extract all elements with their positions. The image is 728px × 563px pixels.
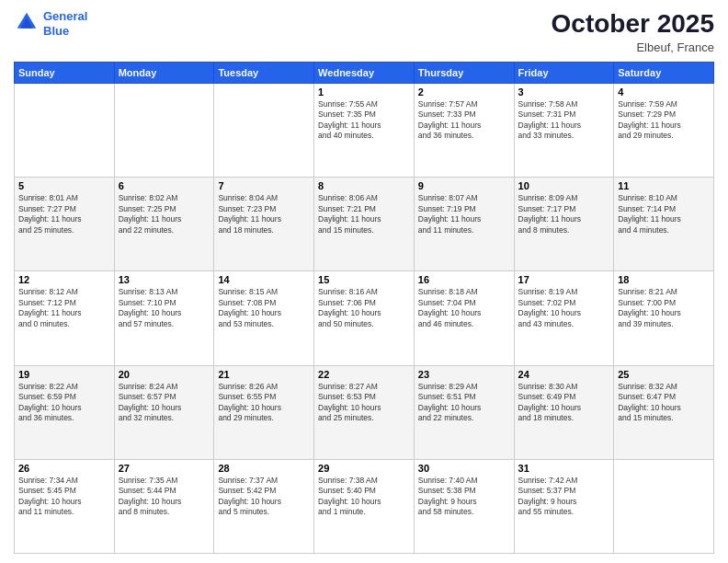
day-info: Sunrise: 8:16 AM Sunset: 7:06 PM Dayligh… — [318, 287, 410, 329]
calendar-cell: 27Sunrise: 7:35 AM Sunset: 5:44 PM Dayli… — [114, 459, 214, 553]
calendar-cell: 1Sunrise: 7:55 AM Sunset: 7:35 PM Daylig… — [314, 84, 415, 178]
day-info: Sunrise: 7:58 AM Sunset: 7:31 PM Dayligh… — [518, 99, 610, 142]
calendar-cell: 20Sunrise: 8:24 AM Sunset: 6:57 PM Dayli… — [114, 365, 214, 459]
calendar-cell: 16Sunrise: 8:18 AM Sunset: 7:04 PM Dayli… — [414, 271, 514, 365]
day-info: Sunrise: 7:59 AM Sunset: 7:29 PM Dayligh… — [618, 99, 710, 142]
day-number: 31 — [518, 463, 610, 474]
calendar-cell: 9Sunrise: 8:07 AM Sunset: 7:19 PM Daylig… — [414, 178, 514, 271]
calendar-cell: 3Sunrise: 7:58 AM Sunset: 7:31 PM Daylig… — [514, 84, 614, 178]
calendar-cell — [114, 84, 214, 178]
month-title: October 2025 — [552, 9, 714, 39]
calendar-cell: 30Sunrise: 7:40 AM Sunset: 5:38 PM Dayli… — [414, 459, 514, 553]
weekday-header: Monday — [114, 63, 214, 84]
day-info: Sunrise: 7:42 AM Sunset: 5:37 PM Dayligh… — [518, 476, 610, 518]
day-number: 15 — [318, 274, 410, 285]
calendar-table: SundayMondayTuesdayWednesdayThursdayFrid… — [14, 62, 714, 554]
day-number: 17 — [518, 274, 610, 285]
day-info: Sunrise: 8:04 AM Sunset: 7:23 PM Dayligh… — [218, 193, 310, 236]
calendar-week-row: 19Sunrise: 8:22 AM Sunset: 6:59 PM Dayli… — [15, 365, 714, 459]
day-number: 18 — [618, 274, 710, 285]
day-number: 28 — [218, 463, 310, 474]
day-info: Sunrise: 8:15 AM Sunset: 7:08 PM Dayligh… — [218, 287, 310, 329]
calendar-cell: 19Sunrise: 8:22 AM Sunset: 6:59 PM Dayli… — [15, 365, 115, 459]
calendar-cell: 31Sunrise: 7:42 AM Sunset: 5:37 PM Dayli… — [514, 459, 614, 553]
day-info: Sunrise: 7:35 AM Sunset: 5:44 PM Dayligh… — [119, 476, 210, 518]
calendar-cell: 21Sunrise: 8:26 AM Sunset: 6:55 PM Dayli… — [214, 365, 314, 459]
calendar-cell: 14Sunrise: 8:15 AM Sunset: 7:08 PM Dayli… — [214, 271, 314, 365]
day-info: Sunrise: 8:09 AM Sunset: 7:17 PM Dayligh… — [518, 193, 610, 236]
calendar-week-row: 1Sunrise: 7:55 AM Sunset: 7:35 PM Daylig… — [15, 84, 714, 178]
day-number: 7 — [218, 180, 310, 191]
day-number: 2 — [418, 86, 510, 98]
calendar-cell: 12Sunrise: 8:12 AM Sunset: 7:12 PM Dayli… — [15, 271, 115, 365]
day-info: Sunrise: 8:19 AM Sunset: 7:02 PM Dayligh… — [518, 287, 610, 329]
weekday-header: Tuesday — [214, 63, 314, 84]
calendar-week-row: 26Sunrise: 7:34 AM Sunset: 5:45 PM Dayli… — [15, 459, 714, 553]
calendar-week-row: 5Sunrise: 8:01 AM Sunset: 7:27 PM Daylig… — [15, 178, 714, 271]
weekday-header: Saturday — [614, 63, 714, 84]
day-info: Sunrise: 7:55 AM Sunset: 7:35 PM Dayligh… — [318, 99, 410, 142]
day-number: 24 — [518, 369, 610, 380]
calendar-cell — [214, 84, 314, 178]
calendar-cell: 22Sunrise: 8:27 AM Sunset: 6:53 PM Dayli… — [314, 365, 415, 459]
weekday-header: Sunday — [15, 63, 115, 84]
day-number: 27 — [119, 463, 210, 474]
day-number: 10 — [518, 180, 610, 191]
calendar-cell: 13Sunrise: 8:13 AM Sunset: 7:10 PM Dayli… — [114, 271, 214, 365]
day-info: Sunrise: 8:32 AM Sunset: 6:47 PM Dayligh… — [618, 382, 710, 424]
calendar-cell: 7Sunrise: 8:04 AM Sunset: 7:23 PM Daylig… — [214, 178, 314, 271]
calendar-cell: 18Sunrise: 8:21 AM Sunset: 7:00 PM Dayli… — [614, 271, 714, 365]
day-number: 23 — [418, 369, 510, 380]
calendar-cell: 11Sunrise: 8:10 AM Sunset: 7:14 PM Dayli… — [614, 178, 714, 271]
day-info: Sunrise: 8:07 AM Sunset: 7:19 PM Dayligh… — [418, 193, 510, 236]
calendar-cell: 29Sunrise: 7:38 AM Sunset: 5:40 PM Dayli… — [314, 459, 415, 553]
day-number: 4 — [618, 86, 710, 98]
day-number: 26 — [18, 463, 110, 474]
calendar-cell: 2Sunrise: 7:57 AM Sunset: 7:33 PM Daylig… — [414, 84, 514, 178]
day-number: 19 — [18, 369, 110, 380]
day-number: 13 — [119, 274, 210, 285]
calendar-cell: 6Sunrise: 8:02 AM Sunset: 7:25 PM Daylig… — [114, 178, 214, 271]
page: General Blue October 2025 Elbeuf, France… — [0, 0, 728, 563]
header: General Blue October 2025 Elbeuf, France — [14, 9, 714, 54]
weekday-header: Thursday — [414, 63, 514, 84]
calendar-cell: 10Sunrise: 8:09 AM Sunset: 7:17 PM Dayli… — [514, 178, 614, 271]
logo: General Blue — [14, 9, 87, 38]
calendar-cell: 26Sunrise: 7:34 AM Sunset: 5:45 PM Dayli… — [15, 459, 115, 553]
calendar-cell: 23Sunrise: 8:29 AM Sunset: 6:51 PM Dayli… — [414, 365, 514, 459]
logo-line2: Blue — [43, 24, 69, 38]
day-info: Sunrise: 8:10 AM Sunset: 7:14 PM Dayligh… — [618, 193, 710, 236]
title-block: October 2025 Elbeuf, France — [552, 9, 714, 54]
day-info: Sunrise: 8:18 AM Sunset: 7:04 PM Dayligh… — [418, 287, 510, 329]
day-number: 25 — [618, 369, 710, 380]
day-info: Sunrise: 8:30 AM Sunset: 6:49 PM Dayligh… — [518, 382, 610, 424]
day-number: 3 — [518, 86, 610, 98]
day-info: Sunrise: 8:12 AM Sunset: 7:12 PM Dayligh… — [18, 287, 110, 329]
day-number: 22 — [318, 369, 410, 380]
calendar-cell: 8Sunrise: 8:06 AM Sunset: 7:21 PM Daylig… — [314, 178, 415, 271]
day-info: Sunrise: 8:01 AM Sunset: 7:27 PM Dayligh… — [18, 193, 110, 236]
day-info: Sunrise: 7:34 AM Sunset: 5:45 PM Dayligh… — [18, 476, 110, 518]
location: Elbeuf, France — [552, 40, 714, 54]
day-info: Sunrise: 8:27 AM Sunset: 6:53 PM Dayligh… — [318, 382, 410, 424]
day-number: 9 — [418, 180, 510, 191]
day-number: 6 — [119, 180, 210, 191]
calendar-cell: 15Sunrise: 8:16 AM Sunset: 7:06 PM Dayli… — [314, 271, 415, 365]
weekday-header-row: SundayMondayTuesdayWednesdayThursdayFrid… — [15, 63, 714, 84]
day-number: 14 — [218, 274, 310, 285]
day-info: Sunrise: 7:38 AM Sunset: 5:40 PM Dayligh… — [318, 476, 410, 518]
calendar-week-row: 12Sunrise: 8:12 AM Sunset: 7:12 PM Dayli… — [15, 271, 714, 365]
day-info: Sunrise: 8:24 AM Sunset: 6:57 PM Dayligh… — [119, 382, 210, 424]
day-number: 12 — [18, 274, 110, 285]
day-info: Sunrise: 8:13 AM Sunset: 7:10 PM Dayligh… — [119, 287, 210, 329]
weekday-header: Wednesday — [314, 63, 415, 84]
weekday-header: Friday — [514, 63, 614, 84]
calendar-cell: 4Sunrise: 7:59 AM Sunset: 7:29 PM Daylig… — [614, 84, 714, 178]
day-number: 5 — [18, 180, 110, 191]
calendar-cell: 25Sunrise: 8:32 AM Sunset: 6:47 PM Dayli… — [614, 365, 714, 459]
day-info: Sunrise: 8:29 AM Sunset: 6:51 PM Dayligh… — [418, 382, 510, 424]
day-info: Sunrise: 8:26 AM Sunset: 6:55 PM Dayligh… — [218, 382, 310, 424]
day-number: 16 — [418, 274, 510, 285]
logo-line1: General — [43, 9, 87, 23]
calendar-cell: 5Sunrise: 8:01 AM Sunset: 7:27 PM Daylig… — [15, 178, 115, 271]
